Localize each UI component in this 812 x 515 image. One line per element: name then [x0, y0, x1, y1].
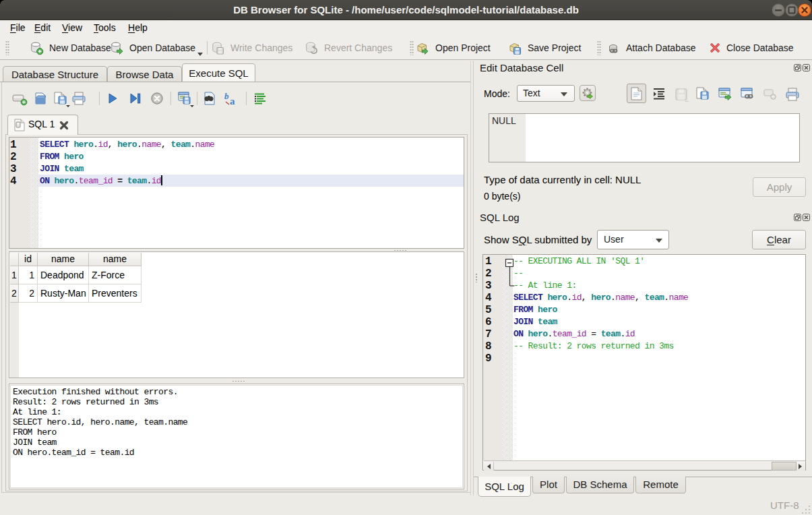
svg-text:a: a — [230, 96, 235, 107]
svg-text:b: b — [224, 91, 229, 101]
